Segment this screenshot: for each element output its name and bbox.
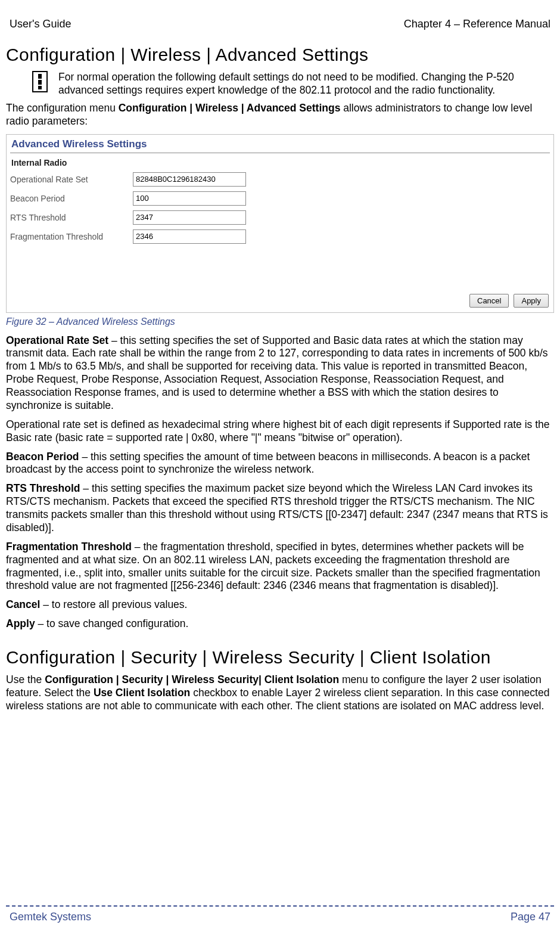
info-note: For normal operation the following defau… [6,71,554,97]
figure-caption: Figure 32 – Advanced Wireless Settings [6,316,554,327]
text-rts: – this setting specifies the maximum pac… [6,482,548,533]
row-rts-threshold: RTS Threshold [10,210,550,225]
paragraph-ors-2: Operational rate set is defined as hexad… [6,418,554,445]
iso-bold-checkbox: Use Client Isolation [94,687,190,699]
paragraph-fragmentation: Fragmentation Threshold – the fragmentat… [6,541,554,593]
panel-title: Advanced Wireless Settings [11,138,550,150]
row-beacon-period: Beacon Period [10,191,550,206]
panel-button-row: Cancel Apply [469,294,549,308]
label-operational-rate-set: Operational Rate Set [10,175,129,184]
page-header: User's Guide Chapter 4 – Reference Manua… [6,18,554,30]
term-ors: Operational Rate Set [6,334,108,346]
footer-rule [6,905,554,907]
input-fragmentation-threshold[interactable] [133,229,246,244]
text-cancel: – to restore all previous values. [40,598,187,610]
text-beacon-period: – this setting specifies the amount of t… [6,451,530,476]
term-apply: Apply [6,618,35,629]
term-rts: RTS Threshold [6,482,80,494]
intro-pre: The configuration menu [6,102,119,114]
label-beacon-period: Beacon Period [10,194,129,203]
info-icon [32,71,48,92]
paragraph-rts: RTS Threshold – this setting specifies t… [6,482,554,535]
paragraph-beacon-period: Beacon Period – this setting specifies t… [6,451,554,477]
paragraph-cancel: Cancel – to restore all previous values. [6,598,554,612]
paragraph-apply: Apply – to save changed configuration. [6,618,554,631]
header-left: User's Guide [10,18,71,30]
term-beacon-period: Beacon Period [6,451,79,463]
cancel-button[interactable]: Cancel [469,294,509,308]
input-beacon-period[interactable] [133,191,246,206]
label-fragmentation-threshold: Fragmentation Threshold [10,232,129,241]
input-operational-rate-set[interactable] [133,172,246,187]
term-fragmentation: Fragmentation Threshold [6,541,132,553]
info-text: For normal operation the following defau… [58,71,554,97]
section-heading-client-isolation: Configuration | Security | Wireless Secu… [6,647,554,668]
apply-button[interactable]: Apply [514,294,549,308]
iso-bold-menu: Configuration | Security | Wireless Secu… [45,674,339,685]
input-rts-threshold[interactable] [133,210,246,225]
footer-left: Gemtek Systems [10,911,91,923]
intro-paragraph: The configuration menu Configuration | W… [6,102,554,128]
intro-bold: Configuration | Wireless | Advanced Sett… [119,102,341,114]
label-rts-threshold: RTS Threshold [10,213,129,222]
header-right: Chapter 4 – Reference Manual [404,18,550,30]
section-heading-advanced: Configuration | Wireless | Advanced Sett… [6,45,554,65]
row-operational-rate-set: Operational Rate Set [10,172,550,187]
text-apply: – to save changed configuration. [35,618,189,629]
paragraph-ors: Operational Rate Set – this setting spec… [6,334,554,412]
term-cancel: Cancel [6,598,40,610]
iso-pre: Use the [6,674,45,685]
panel-subtitle: Internal Radio [11,158,550,167]
footer-right: Page 47 [511,911,550,923]
figure-advanced-wireless: Advanced Wireless Settings Internal Radi… [6,134,554,313]
panel-rule [10,153,550,153]
row-fragmentation-threshold: Fragmentation Threshold [10,229,550,244]
paragraph-client-isolation: Use the Configuration | Security | Wirel… [6,674,554,713]
page-footer: Gemtek Systems Page 47 [10,911,550,923]
